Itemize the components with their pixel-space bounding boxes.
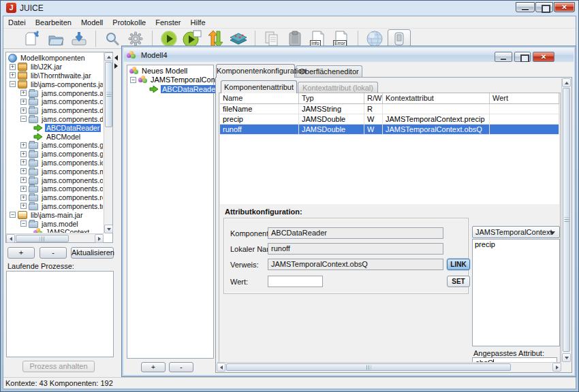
link-button[interactable]: LINK [447,259,470,270]
column-typ[interactable]: Typ [299,93,364,103]
model-restore-button[interactable] [514,52,531,62]
tree-item[interactable]: jams.components.regiona [6,193,103,202]
column-name[interactable]: Name [220,93,299,103]
expand-toggle-icon[interactable] [20,195,27,201]
tree-item[interactable]: jams.components.optimiz [6,176,103,184]
model-add-button[interactable]: + [141,362,166,372]
collapse-toggle-icon[interactable] [10,81,16,87]
remove-library-button[interactable]: - [40,247,67,259]
table-row[interactable]: precip JAMSDouble W JAMSTemporalContext.… [220,114,559,125]
scroll-thumb[interactable] [105,62,112,127]
tree-vertical-scrollbar[interactable] [104,52,112,233]
collapse-toggle-icon[interactable] [10,212,16,218]
scroll-up-arrow[interactable] [562,78,571,87]
tree-item[interactable]: jams.components.gui [6,141,103,150]
expand-toggle-icon[interactable] [20,168,27,174]
expand-toggle-icon[interactable] [20,108,27,114]
tab-komponentenattribut[interactable]: Komponentenattribut [221,80,297,93]
new-model-button[interactable] [22,29,43,48]
component-field[interactable]: ABCDataReader [268,227,443,239]
tree-item[interactable]: jams.components.gui.spr [6,150,103,159]
tab-komponentenkonfiguration[interactable]: Komponentenkonfiguration [216,64,295,78]
collapse-toggle-icon[interactable] [20,220,27,227]
expand-toggle-icon[interactable] [20,203,27,209]
model-minimize-button[interactable] [495,52,512,62]
running-processes-list[interactable] [6,271,114,357]
table-row-selected[interactable]: runoff JAMSDouble W JAMSTemporalContext.… [220,125,559,135]
expand-toggle-icon[interactable] [20,142,27,148]
expand-toggle-icon[interactable] [10,72,16,78]
scroll-left-arrow[interactable] [6,234,15,243]
tree-item[interactable]: lib\jams-main.jar [6,210,103,219]
context-attribute-list[interactable]: precip [472,239,560,346]
save-model-button[interactable] [69,29,89,48]
tree-item[interactable]: jams.components.conditi [6,97,103,106]
tree-item[interactable]: jams.components.tools [6,202,103,211]
tree-item[interactable]: jams.components.aggreg [6,88,103,97]
menu-protokolle[interactable]: Protokolle [108,17,151,28]
tree-item[interactable]: lib\Thornthwaite.jar [6,71,103,80]
collapse-left-icon[interactable] [114,55,118,61]
tree-item-neues-modell[interactable]: Neues Modell [127,65,213,75]
tree-item[interactable]: lib\jams-components.jar [6,80,103,88]
tree-item[interactable]: ABCModel [6,132,103,141]
context-dropdown[interactable]: JAMSTemporalContext [472,226,560,238]
expand-toggle-icon[interactable] [20,151,27,157]
maximize-button[interactable] [535,2,553,12]
list-item-precip[interactable]: precip [473,240,559,249]
content-vertical-scrollbar[interactable] [561,78,571,362]
title-bar[interactable]: J JUICE [1,1,578,16]
column-kontextattribut[interactable]: Kontextattribut [383,93,490,103]
scroll-right-arrow[interactable] [552,363,561,372]
tree-item[interactable]: Modellkomponenten [6,54,103,63]
menu-bearbeiten[interactable]: Bearbeiten [31,17,76,28]
table-header[interactable]: Name Typ R/W Kontextattribut Wert [220,93,559,104]
expand-toggle-icon[interactable] [20,99,27,105]
menu-modell[interactable]: Modell [76,17,108,28]
model-remove-button[interactable]: - [169,362,193,372]
scroll-down-arrow[interactable] [104,225,113,233]
tree-item[interactable]: jams.components.machin [6,167,103,176]
expand-right-icon[interactable] [114,63,118,69]
reference-field[interactable]: JAMSTemporalContext.obsQ [268,259,443,270]
scroll-right-arrow[interactable] [95,234,104,243]
close-button[interactable] [554,2,575,12]
collapse-toggle-icon[interactable] [20,116,27,122]
scroll-thumb[interactable] [563,88,570,352]
open-model-button[interactable] [46,29,66,48]
expand-toggle-icon[interactable] [20,177,27,183]
tree-horizontal-scrollbar[interactable] [6,233,104,242]
expand-toggle-icon[interactable] [10,64,16,70]
table-row[interactable]: fileName JAMSString R [220,104,559,114]
value-field[interactable] [268,276,323,287]
scroll-down-arrow[interactable] [562,353,571,362]
set-button[interactable]: SET [447,276,470,287]
tree-item[interactable]: jams.components.debug [6,106,103,115]
model-close-button[interactable] [533,52,554,62]
tree-item[interactable]: jams.model [6,219,103,228]
tree-item-abcdatareader[interactable]: ABCDataReader [6,123,103,132]
tree-item-jamstemporalcontext[interactable]: JAMSTemporalContext [127,75,213,84]
tree-item[interactable]: jams.components.optimiz [6,184,103,193]
model-window-titlebar[interactable]: Modell4 [124,48,574,62]
minimize-button[interactable] [516,2,535,12]
tab-kontextattribut-lokal[interactable]: Kontextattribut (lokal) [298,82,378,93]
add-library-button[interactable]: + [7,247,35,259]
local-name-field[interactable]: runoff [268,243,443,255]
scroll-thumb[interactable] [16,235,69,242]
splitpane-divider[interactable] [114,55,119,69]
menu-datei[interactable]: Datei [3,17,31,28]
tree-item[interactable]: JAMSContext [6,228,103,233]
expand-toggle-icon[interactable] [20,90,27,96]
search-button[interactable] [102,29,123,48]
tree-item[interactable]: jams.components.demo.a [6,115,103,124]
scroll-up-arrow[interactable] [104,52,113,61]
column-wert[interactable]: Wert [490,93,559,103]
tree-item[interactable]: lib\J2K.jar [6,63,103,71]
expand-toggle-icon[interactable] [20,159,27,165]
scroll-left-arrow[interactable] [217,363,225,372]
content-horizontal-scrollbar[interactable] [217,362,561,372]
collapse-toggle-icon[interactable] [130,77,136,83]
scroll-thumb[interactable] [226,363,511,371]
menu-hilfe[interactable]: Hilfe [186,17,210,28]
